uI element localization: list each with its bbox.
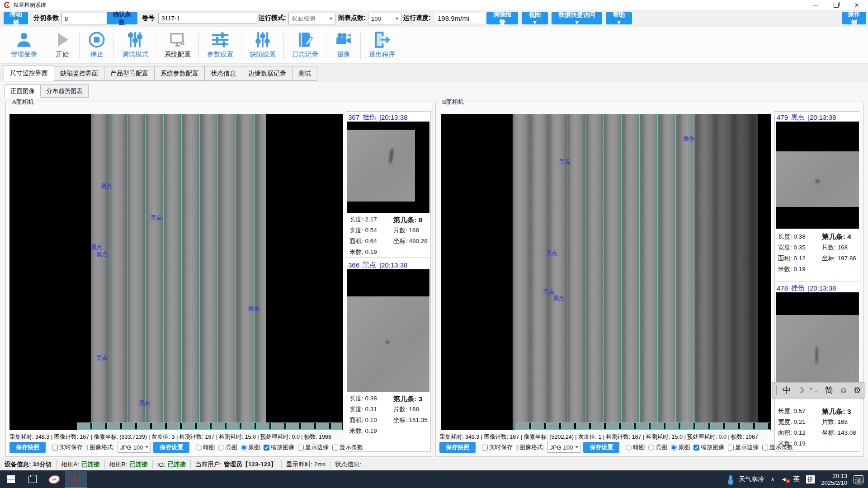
show-strips-checkbox[interactable]	[762, 445, 768, 450]
admin-login-button[interactable]: 管理登录	[3, 27, 45, 63]
stop-button[interactable]: 停止	[80, 27, 114, 63]
realtime-save-checkbox[interactable]	[52, 445, 58, 450]
inspection-app-taskbar-button[interactable]: C	[65, 470, 87, 488]
camera-a-live-image[interactable]: 黑点黑点黑点黑点挫伤黑点黑点	[9, 114, 343, 430]
defect-card[interactable]: 366黑点|20:13:38 长度: 0.38 第几条: 3 宽度: 0.31 …	[346, 261, 430, 438]
bright-image-label: 亮图	[226, 443, 237, 451]
log-record-button[interactable]: 日志记录	[284, 27, 326, 63]
taskbar-clock[interactable]: 20:132025/2/10	[821, 473, 847, 486]
tab-product-model-config[interactable]: 产品型号配置	[104, 66, 155, 81]
original-image-radio[interactable]	[671, 445, 677, 450]
snipping-tool-taskbar-button[interactable]: ✂	[43, 470, 65, 488]
ime-mode-toggle[interactable]: 中	[783, 385, 791, 396]
subtab-trend-chart[interactable]: 分布趋势图表	[41, 84, 89, 98]
defect-info: 长度: 2.17 第几条: 8 宽度: 0.54 片数: 168 面积: 0.6…	[346, 216, 430, 259]
action-center-icon[interactable]: 6	[854, 475, 863, 483]
language-indicator[interactable]: 英	[793, 475, 800, 483]
save-snapshot-button[interactable]: 保存快照	[9, 442, 46, 453]
hidden-icons-chevron[interactable]: ∧	[770, 476, 774, 483]
transmission-side-button[interactable]: 传动侧	[4, 12, 28, 24]
capture-button[interactable]: 摄像	[326, 27, 361, 63]
bright-image-label: 亮图	[656, 443, 667, 451]
tab-test[interactable]: 测试	[292, 66, 317, 81]
tab-size-monitor[interactable]: 尺寸监控界面	[4, 65, 54, 81]
save-settings-button[interactable]: 保存设置	[583, 442, 619, 453]
system-config-button[interactable]: 系统配置	[156, 27, 199, 63]
thermometer-icon	[729, 475, 732, 483]
defect-card[interactable]: 479黑点|20:13:38 长度: 0.38 第几条: 4 宽度: 0.35 …	[775, 113, 860, 274]
roll-no-label: 卷号	[142, 14, 155, 22]
show-edges-checkbox[interactable]	[728, 445, 734, 450]
confirm-strips-button[interactable]: 确认条数	[107, 12, 137, 24]
tab-system-param-config[interactable]: 系统参数配置	[155, 66, 205, 81]
quick-data-menu-button[interactable]: 数据快捷访问 ▼	[552, 12, 602, 24]
save-snapshot-button[interactable]: 保存快照	[439, 442, 476, 453]
task-view-button[interactable]	[22, 470, 43, 488]
dark-image-radio[interactable]	[196, 445, 202, 450]
stop-icon	[88, 30, 106, 50]
image-format-select[interactable]: JPG 100	[118, 442, 151, 453]
view-menu-button[interactable]: 视图 ▼	[522, 12, 548, 24]
image-format-select[interactable]: JPG 100	[547, 442, 581, 453]
defect-info: 长度: 0.38 第几条: 4 宽度: 0.35 片数: 168 面积: 0.1…	[775, 231, 860, 274]
show-edges-checkbox[interactable]	[298, 445, 304, 450]
simplified-toggle[interactable]: 简	[825, 385, 834, 396]
roll-no-input[interactable]	[158, 13, 257, 23]
speed-value: 198.9m/mi	[435, 13, 489, 23]
punctuation-toggle-icon[interactable]: °，	[810, 386, 819, 394]
defect-label: 挫伤	[248, 305, 259, 313]
realtime-save-checkbox[interactable]	[482, 445, 488, 450]
defect-card[interactable]: 478挫伤|20:13:38 长度: 0.57 第几条: 3 宽度: 0.21 …	[775, 284, 860, 450]
show-strips-checkbox[interactable]	[332, 445, 338, 450]
exit-program-button[interactable]: 退出程序	[361, 27, 403, 63]
weather-text[interactable]: 天气寒冷	[739, 475, 764, 483]
zoom-image-checkbox[interactable]	[264, 445, 269, 450]
subtab-front-image[interactable]: 正面图像	[5, 84, 41, 98]
defect-card-header: 479黑点|20:13:38	[775, 113, 860, 121]
tab-defect-monitor[interactable]: 缺陷监控界面	[54, 66, 104, 81]
device-info: 设备信息: 3#分切	[0, 460, 57, 469]
save-settings-button[interactable]: 保存设置	[153, 442, 189, 453]
chart-points-select[interactable]: 100	[368, 13, 401, 24]
start-button[interactable]	[0, 470, 22, 488]
defect-card[interactable]: 367挫伤|20:13:38 长度: 2.17 第几条: 8 宽度: 0.54 …	[346, 113, 430, 259]
original-image-radio[interactable]	[241, 445, 247, 450]
chevron-down-icon	[395, 18, 399, 22]
zoom-image-label: 缩放图像	[701, 443, 724, 451]
parameter-settings-button[interactable]: 参数设置	[199, 27, 241, 63]
settings-gear-icon[interactable]: ⚙	[854, 385, 861, 395]
camera-b-live-image[interactable]: 挫伤黑点黑点黑点黑点	[441, 114, 771, 430]
strip-count-select[interactable]: 8	[61, 13, 114, 24]
maximize-button[interactable]	[826, 0, 846, 10]
io-status: IO:已连接	[153, 460, 191, 469]
dark-image-label: 暗图	[203, 443, 215, 451]
debug-mode-button[interactable]: 调试模式	[114, 27, 156, 63]
fullwidth-toggle-icon[interactable]: ☽	[797, 385, 804, 395]
image-format-label: | 图像格式:	[86, 443, 115, 451]
defect-settings-button[interactable]: 缺陷设置	[241, 27, 284, 63]
tab-edge-data-record[interactable]: 边缘数据记录	[242, 66, 292, 81]
dark-image-radio[interactable]	[626, 445, 632, 450]
close-button[interactable]: ✕	[846, 0, 867, 10]
start-button[interactable]: 开始	[45, 27, 80, 63]
monitor-gear-icon	[169, 30, 187, 50]
run-mode-select[interactable]: 双面检测	[288, 13, 335, 24]
notification-badge: 6	[855, 478, 863, 485]
show-strips-label: 显示条数	[340, 443, 363, 451]
divider	[775, 282, 860, 282]
operator-side-button[interactable]: 操作侧	[842, 12, 866, 24]
speaker-muted-icon[interactable]: ◄×	[781, 476, 787, 483]
defect-label: 黑点	[151, 214, 162, 222]
bright-image-radio[interactable]	[648, 445, 654, 450]
chevron-down-icon	[329, 18, 333, 22]
defect-image	[347, 269, 429, 392]
ime-indicator[interactable]: 拼	[806, 475, 815, 483]
bright-image-radio[interactable]	[218, 445, 224, 450]
emoji-icon[interactable]: ☺	[839, 385, 848, 395]
help-menu-button[interactable]: 帮助 ▼	[606, 12, 632, 24]
minimize-button[interactable]	[805, 0, 826, 10]
drag-handle[interactable]	[776, 385, 777, 395]
clear-alarm-button[interactable]: 清除报警	[486, 12, 518, 24]
zoom-image-checkbox[interactable]	[693, 445, 699, 450]
tab-status-info[interactable]: 状态信息	[205, 66, 242, 81]
